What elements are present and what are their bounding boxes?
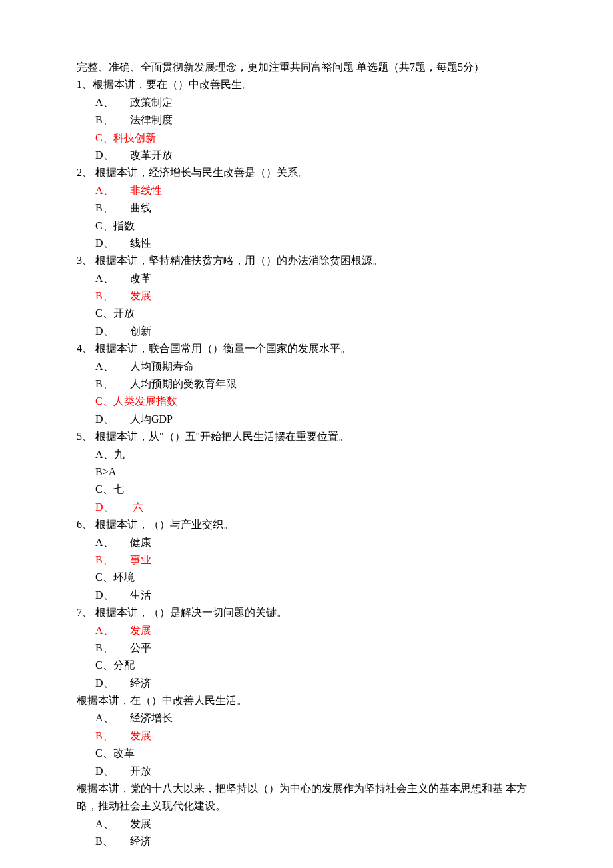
option-text: 九: [114, 449, 125, 460]
question-text: 7、 根据本讲，（）是解决一切问题的关键。: [77, 604, 536, 621]
options-list: A、政策制定B、法律制度C、科技创新D、改革开放: [77, 94, 536, 165]
option-text: 人均预期的受教育年限: [130, 378, 237, 389]
option: D、创新: [95, 323, 536, 340]
options-list: A、发展B、公平C、分配D、经济: [77, 622, 536, 693]
question: 1、根据本讲，要在（）中改善民生。A、政策制定B、法律制度C、科技创新D、改革开…: [77, 76, 536, 164]
option-marker: D、: [95, 763, 130, 780]
option-text: 发展: [130, 625, 151, 636]
option-text: 人均预期寿命: [130, 361, 194, 372]
extra-question: 根据本讲，党的十八大以来，把坚持以（）为中心的发展作为坚持社会主义的基本思想和基…: [77, 780, 536, 851]
option: B、发展: [95, 727, 536, 745]
option: B、公平: [95, 639, 536, 657]
option: B、人均预期的受教育年限: [95, 375, 536, 393]
question-text: 2、 根据本讲，经济增长与民生改善是（）关系。: [77, 164, 536, 181]
option-marker: C、: [95, 393, 113, 410]
option: A、人均预期寿命: [95, 358, 536, 375]
question-text: 6、 根据本讲，（）与产业交织。: [77, 516, 536, 533]
option-text: 环境: [113, 571, 135, 583]
option-marker: B、: [95, 111, 130, 129]
option: A、发展: [95, 815, 536, 833]
option: A、经济增长: [95, 709, 536, 727]
option-marker: A、: [95, 534, 130, 551]
question: 6、 根据本讲，（）与产业交织。A、健康B、事业C、环境D、生活: [77, 516, 536, 604]
question-text: 4、 根据本讲，联合国常用（）衡量一个国家的发展水平。: [77, 340, 536, 357]
option: B、事业: [95, 551, 536, 569]
option-text: 人类发展指数: [113, 395, 177, 407]
option-text: 改革: [113, 747, 135, 759]
option-text: 分配: [113, 659, 135, 671]
option: D、经济: [95, 675, 536, 692]
option: C、环境: [95, 569, 536, 586]
document-content: 完整、准确、全面贯彻新发展理念，更加注重共同富裕问题 单选题（共7题，每题5分）…: [77, 59, 536, 851]
option: C、科技创新: [95, 129, 536, 147]
option-marker: D、: [95, 587, 130, 604]
option-text: 发展: [130, 290, 151, 301]
option: A、非线性: [95, 182, 536, 199]
option: C、分配: [95, 657, 536, 674]
option-text: 曲线: [130, 202, 151, 213]
option-marker: A、: [95, 94, 130, 111]
option-marker: D、: [95, 411, 130, 428]
option: D、改革开放: [95, 147, 536, 164]
option: C、人类发展指数: [95, 393, 536, 410]
option: D、线性: [95, 235, 536, 252]
option: D、开放: [95, 763, 536, 780]
option-marker: D、: [95, 499, 130, 516]
option-marker: A、: [95, 182, 130, 199]
options-list: A、非线性B、曲线C、指数D、线性: [77, 182, 536, 253]
option-marker: B、: [95, 833, 130, 850]
option-marker: A、: [95, 709, 130, 727]
option-marker: B、: [95, 287, 130, 305]
option-text: 政策制定: [130, 97, 173, 108]
option: A、政策制定: [95, 94, 536, 111]
extra-questions-container: 根据本讲，在（）中改善人民生活。A、经济增长B、发展C、改革D、开放根据本讲，党…: [77, 692, 536, 851]
question-text: 5、 根据本讲，从"（）五"开始把人民生活摆在重要位置。: [77, 428, 536, 445]
option: A、改革: [95, 270, 536, 287]
option-marker: D、: [95, 323, 130, 340]
option-marker: A、: [95, 270, 130, 287]
option-marker: C、: [95, 569, 113, 586]
option-text: 非线性: [130, 185, 162, 196]
option-text: 改革开放: [130, 149, 173, 161]
option-text: 改革: [130, 273, 151, 284]
option-text: 六: [130, 501, 143, 513]
question: 7、 根据本讲，（）是解决一切问题的关键。A、发展B、公平C、分配D、经济: [77, 604, 536, 692]
question: 3、 根据本讲，坚持精准扶贫方略，用（）的办法消除贫困根源。A、改革B、发展C、…: [77, 252, 536, 340]
option-text: 人均GDP: [130, 413, 173, 425]
option-text: 指数: [113, 220, 135, 231]
option-text: 经济: [130, 677, 151, 689]
option: A、健康: [95, 534, 536, 551]
option-text: 发展: [130, 730, 151, 741]
option: D、生活: [95, 587, 536, 604]
options-list: A、人均预期寿命B、人均预期的受教育年限C、人类发展指数D、人均GDP: [77, 358, 536, 429]
option-marker: D、: [95, 675, 130, 692]
option: D、人均GDP: [95, 411, 536, 428]
option-text: 经济增长: [130, 712, 173, 723]
question-text: 根据本讲，党的十八大以来，把坚持以（）为中心的发展作为坚持社会主义的基本思想和基…: [77, 780, 536, 815]
option: A、九: [95, 446, 536, 463]
option-marker: B、: [95, 551, 130, 569]
option: B、法律制度: [95, 111, 536, 129]
option-marker: C、: [95, 745, 113, 762]
option: B、曲线: [95, 199, 536, 217]
option-text: 科技创新: [113, 132, 156, 143]
option: C、改革: [95, 745, 536, 762]
options-list: A、改革B、发展C、开放D、创新: [77, 270, 536, 341]
options-list: A、九B>AC、七D、 六: [77, 446, 536, 517]
questions-container: 1、根据本讲，要在（）中改善民生。A、政策制定B、法律制度C、科技创新D、改革开…: [77, 76, 536, 692]
options-list: A、健康B、事业C、环境D、生活: [77, 534, 536, 605]
option-text: 创新: [130, 325, 151, 337]
options-list: A、经济增长B、发展C、改革D、开放: [77, 709, 536, 780]
option-text: 开放: [113, 307, 135, 319]
option-marker: A、: [95, 446, 114, 463]
question: 4、 根据本讲，联合国常用（）衡量一个国家的发展水平。A、人均预期寿命B、人均预…: [77, 340, 536, 428]
option-marker: B、: [95, 199, 130, 217]
option: B、经济: [95, 833, 536, 850]
option-marker: C、: [95, 481, 113, 498]
option-marker: C、: [95, 305, 113, 322]
option-marker: B、: [95, 639, 130, 657]
option-marker: D、: [95, 235, 130, 252]
option-text: 开放: [130, 765, 151, 777]
option-marker: B>A: [95, 463, 116, 481]
option-text: 法律制度: [130, 114, 173, 125]
